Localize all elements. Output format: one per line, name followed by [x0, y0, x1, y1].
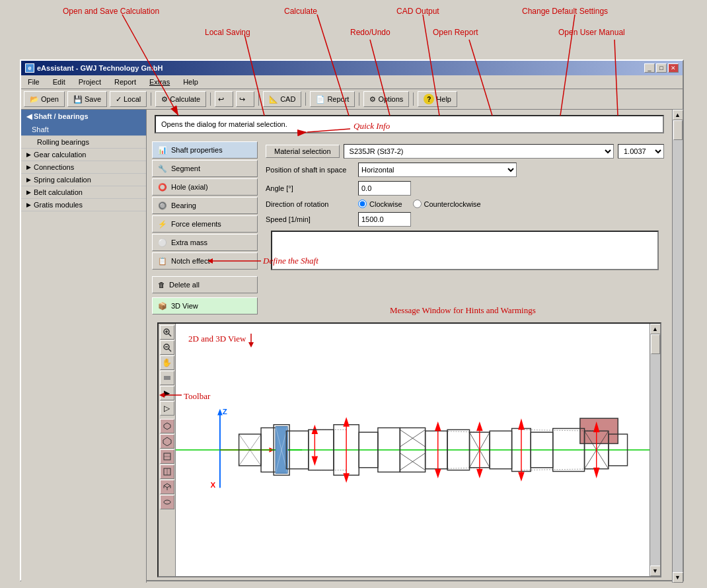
material-std-dropdown[interactable]: 1.0037 — [618, 144, 664, 159]
quick-info-text: Opens the dialog for material selection. — [161, 120, 287, 128]
options-button[interactable]: ⚙ Options — [363, 91, 409, 107]
nav-notch-effect[interactable]: 📋 Notch effect — [152, 252, 258, 270]
sidebar-item-rolling-bearings[interactable]: Rolling bearings — [21, 136, 146, 149]
maximize-btn[interactable]: □ — [656, 63, 667, 73]
menu-file[interactable]: File — [24, 77, 44, 87]
open-button[interactable]: 📂 Open — [24, 91, 65, 107]
calculate-button[interactable]: ⚙ Calculate — [155, 91, 206, 107]
undo-button[interactable]: ↩ — [215, 91, 233, 107]
sidebar-item-spring[interactable]: ▶ Spring calculation — [21, 174, 146, 186]
local-button[interactable]: ✓ Local — [110, 91, 147, 107]
3d-view-2[interactable] — [160, 434, 174, 449]
angle-input[interactable] — [358, 181, 411, 196]
rotation-label: Direction of rotation — [266, 200, 358, 208]
save-icon: 💾 — [73, 95, 83, 104]
delete-all-button[interactable]: 🗑 Delete all — [152, 276, 258, 293]
rotation-radio-group: Clockwise Counterclockwise — [358, 200, 481, 208]
3d-corner-icon — [163, 482, 172, 492]
sidebar-section-header: ◀ Shaft / bearings — [21, 110, 146, 124]
help-button[interactable]: ? Help — [418, 91, 457, 107]
close-btn[interactable]: ✕ — [668, 63, 679, 73]
3d-view-3[interactable] — [160, 449, 174, 464]
clockwise-option[interactable]: Clockwise — [358, 200, 402, 208]
sep5 — [359, 92, 359, 106]
zoom-in-icon — [163, 328, 172, 337]
main-scrollbar[interactable]: ▲ ▼ — [672, 110, 683, 583]
clockwise-radio[interactable] — [358, 200, 367, 208]
view-scrollbar[interactable]: ▲ ▼ — [650, 324, 660, 576]
save-button[interactable]: 💾 Save — [67, 91, 107, 107]
cad-label: CAD — [280, 95, 295, 103]
view-3d-button[interactable]: 📦 3D View — [152, 297, 258, 314]
menu-report[interactable]: Report — [110, 77, 140, 87]
3d-view-4[interactable] — [160, 464, 174, 479]
menu-project[interactable]: Project — [75, 77, 105, 87]
sidebar-item-gear[interactable]: ▶ Gear calculation — [21, 149, 146, 161]
window-title: eAssistant - GWJ Technology GmbH — [37, 64, 163, 72]
sep1 — [151, 92, 151, 106]
sidebar-item-belt[interactable]: ▶ Belt calculation — [21, 186, 146, 199]
sep3 — [258, 92, 259, 106]
arrow-right2-tool[interactable]: ▷ — [160, 401, 174, 416]
position-label: Position of shaft in space — [266, 166, 358, 174]
menu-extras[interactable]: Extras — [145, 77, 174, 87]
3d-view-6[interactable] — [160, 495, 174, 509]
main-scroll-thumb[interactable] — [673, 120, 683, 140]
scroll-thumb[interactable] — [651, 334, 660, 354]
options-icon: ⚙ — [369, 95, 376, 104]
sidebar-item-connections[interactable]: ▶ Connections — [21, 161, 146, 174]
gratis-expand-arrow: ▶ — [26, 202, 31, 208]
counterclockwise-option[interactable]: Counterclockwise — [413, 200, 481, 208]
svg-marker-9 — [163, 437, 171, 446]
report-button[interactable]: 📄 Report — [310, 91, 355, 107]
nav-hole-axial[interactable]: ⭕ Hole (axial) — [152, 178, 258, 196]
cad-button[interactable]: 📐 CAD — [263, 91, 301, 107]
sidebar-item-gratis[interactable]: ▶ Gratis modules — [21, 199, 146, 211]
open-label: Open — [41, 95, 59, 103]
pan-tool[interactable]: ✋ — [160, 355, 174, 370]
nav-extra-mass[interactable]: ⚪ Extra mass — [152, 234, 258, 251]
zoom-in-tool[interactable] — [160, 325, 174, 340]
shaft-props-label: Shaft properties — [171, 146, 223, 154]
titlebar-controls: _ □ ✕ — [644, 63, 679, 73]
sidebar: ◀ Shaft / bearings Shaft Rolling bearing… — [21, 110, 147, 583]
scroll-down-btn[interactable]: ▼ — [650, 566, 661, 576]
calculate-icon: ⚙ — [161, 95, 168, 104]
fit-tool[interactable] — [160, 371, 174, 385]
sidebar-shaft-label: Shaft — [32, 126, 49, 133]
material-selection-button[interactable]: Material selection — [266, 145, 340, 158]
menu-help[interactable]: Help — [179, 77, 202, 87]
message-window — [271, 231, 659, 270]
sidebar-item-shaft[interactable]: Shaft — [21, 124, 146, 136]
content-area: ◀ Shaft / bearings Shaft Rolling bearing… — [21, 110, 683, 583]
scroll-up-btn[interactable]: ▲ — [650, 324, 661, 334]
speed-input[interactable] — [358, 212, 411, 227]
main-scroll-up[interactable]: ▲ — [673, 110, 683, 120]
menu-edit[interactable]: Edit — [49, 77, 69, 87]
redo-button[interactable]: ↪ — [236, 91, 254, 107]
sep4 — [305, 92, 306, 106]
3d-view-1[interactable] — [160, 419, 174, 433]
hole-icon: ⭕ — [158, 183, 167, 192]
zoom-out-tool[interactable] — [160, 340, 174, 355]
counterclockwise-label: Counterclockwise — [424, 200, 481, 208]
position-select[interactable]: Horizontal — [358, 163, 517, 177]
nav-segment[interactable]: 🔧 Segment — [152, 160, 258, 177]
main-scroll-down[interactable]: ▼ — [673, 572, 683, 583]
counterclockwise-radio[interactable] — [413, 200, 422, 208]
arrow-right-tool[interactable]: ▶ — [160, 386, 174, 400]
ann-calculate: Calculate — [284, 7, 317, 16]
minimize-btn[interactable]: _ — [644, 63, 655, 73]
report-icon: 📄 — [316, 95, 325, 104]
view-area: ✋ ▶ ▷ — [157, 322, 661, 577]
right-panel: Opens the dialog for material selection.… — [147, 110, 672, 583]
nav-force-elements[interactable]: ⚡ Force elements — [152, 215, 258, 233]
nav-buttons: 📊 Shaft properties 🔧 Segment ⭕ Hole (axi… — [152, 141, 258, 314]
nav-shaft-properties[interactable]: 📊 Shaft properties — [152, 141, 258, 159]
ann-cad: CAD Output — [396, 7, 439, 16]
material-row: Material selection S235JR (St37-2) 1.003… — [266, 144, 664, 159]
material-dropdown[interactable]: S235JR (St37-2) — [344, 144, 614, 159]
force-icon: ⚡ — [158, 220, 167, 229]
3d-view-5[interactable] — [160, 480, 174, 494]
nav-bearing[interactable]: 🔘 Bearing — [152, 197, 258, 214]
